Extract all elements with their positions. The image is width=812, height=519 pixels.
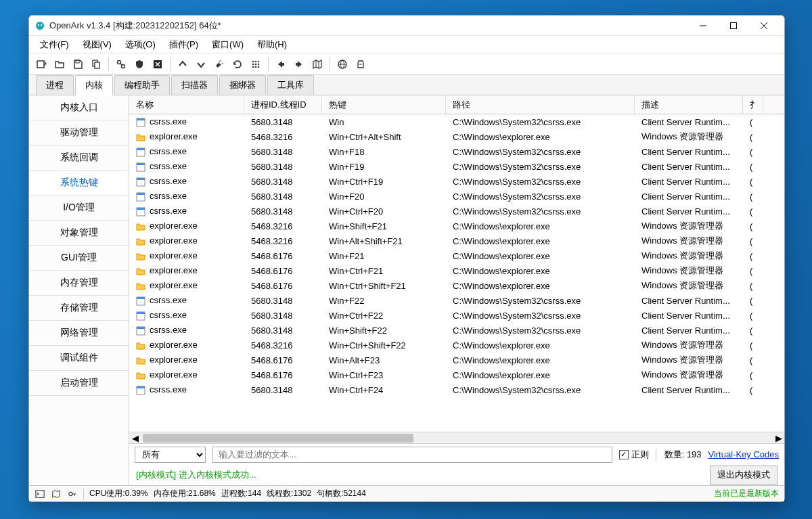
- process-count: 进程数:144: [221, 488, 261, 499]
- kernel-status-row: [内核模式] 进入内核模式成功... 退出内核模式: [129, 465, 784, 485]
- svg-point-23: [252, 66, 254, 68]
- cell-name: csrss.exe: [129, 176, 244, 187]
- shield-icon[interactable]: [131, 56, 148, 72]
- table-row[interactable]: csrss.exe5680.3148Win+F20C:\Windows\Syst…: [129, 189, 784, 204]
- table-row[interactable]: csrss.exe5680.3148Win+Ctrl+F19C:\Windows…: [129, 174, 784, 189]
- cell-hotkey: Win: [322, 117, 446, 127]
- cell-name: csrss.exe: [129, 325, 244, 336]
- key-icon[interactable]: [67, 489, 78, 499]
- menu-窗口W[interactable]: 窗口(W): [205, 37, 250, 53]
- column-header[interactable]: 热键: [322, 95, 446, 114]
- table-row[interactable]: explorer.exe5468.6176Win+Ctrl+F23C:\Wind…: [129, 367, 784, 382]
- forward-icon[interactable]: [291, 56, 307, 72]
- cell-pid: 5680.3148: [244, 385, 322, 395]
- thread-count: 线程数:1302: [267, 488, 311, 499]
- table-row[interactable]: explorer.exe5468.6176Win+Ctrl+Shift+F21C…: [129, 278, 784, 293]
- donate-icon[interactable]: [353, 56, 369, 72]
- table-row[interactable]: explorer.exe5468.3216Win+Ctrl+Shift+F22C…: [129, 338, 784, 353]
- sidebar-item-内核入口[interactable]: 内核入口: [29, 95, 129, 120]
- column-header[interactable]: 描述: [635, 95, 743, 114]
- link-icon[interactable]: [113, 56, 129, 72]
- cell-path: C:\Windows\explorer.exe: [446, 370, 635, 380]
- tab-内核[interactable]: 内核: [75, 75, 113, 95]
- refresh-icon[interactable]: [229, 56, 246, 72]
- sidebar-item-存储管理[interactable]: 存储管理: [29, 296, 129, 321]
- filter-select[interactable]: 所有: [135, 447, 206, 463]
- virtual-key-codes-link[interactable]: Virtual-Key Codes: [708, 449, 779, 459]
- sidebar-item-I/O管理[interactable]: I/O管理: [29, 196, 129, 221]
- sidebar-item-系统回调[interactable]: 系统回调: [29, 145, 129, 171]
- tab-工具库[interactable]: 工具库: [267, 75, 314, 95]
- open-icon[interactable]: [51, 56, 68, 72]
- table-body[interactable]: csrss.exe5680.3148WinC:\Windows\System32…: [129, 114, 784, 432]
- map-icon[interactable]: [309, 56, 325, 72]
- stop-icon[interactable]: [150, 56, 166, 72]
- minimize-button[interactable]: [687, 16, 718, 35]
- globe-icon[interactable]: [334, 56, 351, 72]
- cell-desc: Windows 资源管理器: [635, 369, 743, 381]
- folder-icon: [136, 222, 145, 231]
- tab-扫描器[interactable]: 扫描器: [171, 75, 218, 95]
- filter-input[interactable]: [212, 447, 612, 463]
- sidebar-item-驱动管理[interactable]: 驱动管理: [29, 120, 129, 145]
- table-row[interactable]: csrss.exe5680.3148Win+Ctrl+F20C:\Windows…: [129, 204, 784, 219]
- table-row[interactable]: explorer.exe5468.6176Win+F21C:\Windows\e…: [129, 248, 784, 263]
- table-row[interactable]: csrss.exe5680.3148Win+F19C:\Windows\Syst…: [129, 159, 784, 174]
- sidebar-item-GUI管理[interactable]: GUI管理: [29, 246, 129, 271]
- cell-hotkey: Win+F22: [322, 296, 446, 306]
- down-icon[interactable]: [193, 56, 209, 72]
- table-row[interactable]: explorer.exe5468.6176Win+Ctrl+F21C:\Wind…: [129, 263, 784, 278]
- map-small-icon[interactable]: [51, 489, 62, 499]
- column-header[interactable]: 名称: [129, 95, 244, 114]
- table-row[interactable]: explorer.exe5468.3216Win+Alt+Shift+F21C:…: [129, 233, 784, 248]
- tab-编程助手[interactable]: 编程助手: [114, 75, 170, 95]
- sidebar-item-调试组件[interactable]: 调试组件: [29, 346, 129, 371]
- copy-icon[interactable]: [88, 56, 104, 72]
- import-icon[interactable]: [33, 56, 49, 72]
- sidebar-item-对象管理[interactable]: 对象管理: [29, 221, 129, 246]
- save-icon[interactable]: [70, 56, 86, 72]
- menu-帮助H[interactable]: 帮助(H): [250, 37, 294, 53]
- tab-进程[interactable]: 进程: [36, 75, 74, 95]
- wrench-icon[interactable]: [211, 56, 227, 72]
- table-row[interactable]: csrss.exe5680.3148Win+Ctrl+F24C:\Windows…: [129, 382, 784, 397]
- tab-捆绑器[interactable]: 捆绑器: [219, 75, 266, 95]
- horizontal-scrollbar[interactable]: ◀ ▶: [129, 432, 784, 443]
- exit-kernel-button[interactable]: 退出内核模式: [710, 466, 777, 484]
- maximize-button[interactable]: [718, 16, 748, 35]
- column-header[interactable]: 进程ID.线程ID: [244, 95, 322, 114]
- scroll-left-icon[interactable]: ◀: [129, 432, 141, 444]
- back-icon[interactable]: [273, 56, 289, 72]
- menu-文件F[interactable]: 文件(F): [33, 37, 76, 53]
- cell-hotkey: Win+Ctrl+F21: [322, 266, 446, 276]
- column-header[interactable]: 扌: [743, 95, 763, 114]
- menu-插件P[interactable]: 插件(P): [162, 37, 205, 53]
- sidebar-item-网络管理[interactable]: 网络管理: [29, 321, 129, 346]
- scroll-right-icon[interactable]: ▶: [773, 432, 784, 444]
- cell-desc: Client Server Runtim...: [635, 206, 743, 217]
- terminal-icon[interactable]: [35, 489, 45, 499]
- close-button[interactable]: [748, 16, 779, 35]
- table-row[interactable]: csrss.exe5680.3148Win+Shift+F22C:\Window…: [129, 323, 784, 338]
- svg-point-0: [36, 22, 44, 30]
- column-header[interactable]: 路径: [446, 95, 635, 114]
- scroll-thumb[interactable]: [143, 434, 413, 443]
- table-row[interactable]: csrss.exe5680.3148Win+F22C:\Windows\Syst…: [129, 293, 784, 308]
- table-row[interactable]: csrss.exe5680.3148Win+F18C:\Windows\Syst…: [129, 144, 784, 159]
- table-row[interactable]: explorer.exe5468.3216Win+Ctrl+Alt+ShiftC…: [129, 129, 784, 144]
- cell-hotkey: Win+Ctrl+F23: [322, 370, 446, 380]
- sidebar-item-系统热键[interactable]: 系统热键: [29, 171, 129, 196]
- table-row[interactable]: explorer.exe5468.3216Win+Shift+F21C:\Win…: [129, 219, 784, 233]
- menu-选项O[interactable]: 选项(O): [118, 37, 162, 53]
- cell-hotkey: Win+Ctrl+Shift+F22: [322, 340, 446, 351]
- grid-icon[interactable]: [248, 56, 264, 72]
- table-row[interactable]: csrss.exe5680.3148WinC:\Windows\System32…: [129, 114, 784, 129]
- cell-name: explorer.exe: [129, 340, 244, 351]
- menu-视图V[interactable]: 视图(V): [76, 37, 118, 53]
- sidebar-item-内存管理[interactable]: 内存管理: [29, 271, 129, 296]
- table-row[interactable]: explorer.exe5468.6176Win+Alt+F23C:\Windo…: [129, 353, 784, 367]
- regex-checkbox[interactable]: ✓ 正则: [619, 449, 649, 461]
- up-icon[interactable]: [175, 56, 191, 72]
- table-row[interactable]: csrss.exe5680.3148Win+Ctrl+F22C:\Windows…: [129, 308, 784, 323]
- sidebar-item-启动管理[interactable]: 启动管理: [29, 371, 129, 396]
